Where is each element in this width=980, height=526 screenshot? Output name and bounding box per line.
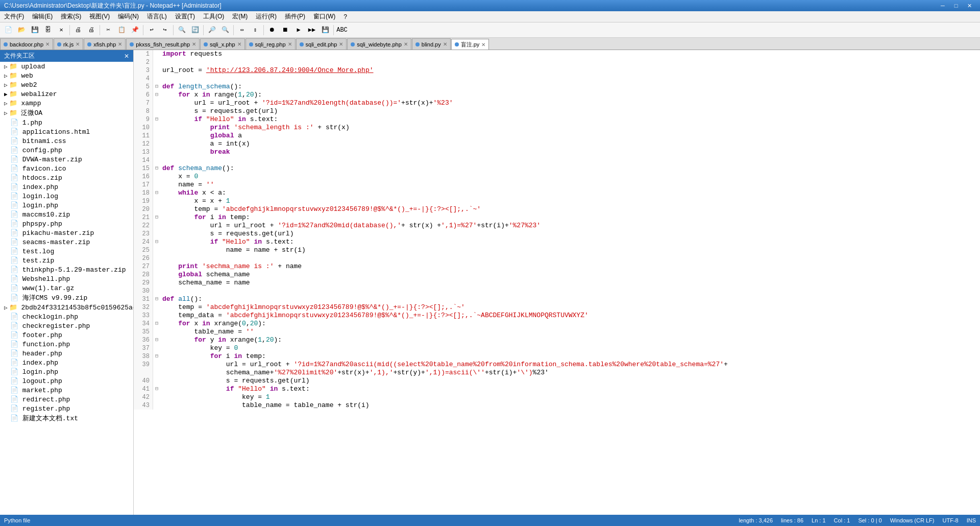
zoom-out-button[interactable]: 🔍 <box>219 24 231 36</box>
menu-plugins[interactable]: 插件(P) <box>281 11 309 22</box>
sidebar-item-checklogin[interactable]: 📄 checklogin.php <box>0 312 133 321</box>
menu-help[interactable]: ? <box>339 11 351 22</box>
stop-button[interactable]: ⏹ <box>279 24 291 36</box>
close-button2[interactable]: ✕ <box>55 24 67 36</box>
zoom-in-button[interactable]: 🔎 <box>206 24 218 36</box>
tab-close-manzhu[interactable]: ✕ <box>481 42 485 47</box>
menu-window[interactable]: 窗口(W) <box>309 11 339 22</box>
sidebar-item-bitnami[interactable]: 📄 bitnami.css <box>0 136 133 146</box>
tab-rk[interactable]: rk.js ✕ <box>54 38 83 50</box>
sidebar-item-favicon[interactable]: 📄 favicon.ico <box>0 164 133 173</box>
sidebar-item-www[interactable]: 📄 www(1).tar.gz <box>0 283 133 293</box>
cut-button[interactable]: ✂ <box>102 24 114 36</box>
sidebar-close-icon[interactable]: ✕ <box>124 53 129 60</box>
tab-backdoor[interactable]: backdoor.php ✕ <box>0 38 53 50</box>
tab-close-sqliedit[interactable]: ✕ <box>339 41 343 47</box>
sidebar-item-footer[interactable]: 📄 footer.php <box>0 330 133 340</box>
sidebar-item-seacms[interactable]: 📄 seacms-master.zip <box>0 237 133 247</box>
menu-tools[interactable]: 工具(O) <box>199 11 228 22</box>
new-button[interactable]: 📄 <box>2 24 14 36</box>
replace-button[interactable]: 🔄 <box>189 24 201 36</box>
sidebar-item-pikachu[interactable]: 📄 pikachu-master.zip <box>0 228 133 237</box>
sidebar-item-1php[interactable]: 📄 1.php <box>0 118 133 127</box>
save-all-button[interactable]: 🗄 <box>42 24 54 36</box>
print-button[interactable]: 🖨 <box>72 24 84 36</box>
tab-xfish[interactable]: xfish.php ✕ <box>84 38 126 50</box>
sidebar-item-xampp[interactable]: ▷ 📁 xampp <box>0 99 133 108</box>
undo-button[interactable]: ↩ <box>145 24 158 36</box>
menu-settings[interactable]: 设置(T) <box>171 11 199 22</box>
paste-button[interactable]: 📌 <box>129 24 141 36</box>
redo-button[interactable]: ↪ <box>159 24 171 36</box>
code-content[interactable]: 1 import requests 2 3 url_root = 'http:/… <box>134 50 980 515</box>
tab-close-xfish[interactable]: ✕ <box>118 41 122 47</box>
sidebar-item-phpspy[interactable]: 📄 phpspy.php <box>0 219 133 228</box>
sidebar-item-header[interactable]: 📄 header.php <box>0 349 133 358</box>
sidebar-item-index2[interactable]: 📄 index.php <box>0 358 133 367</box>
sidebar-item-login2[interactable]: 📄 login.php <box>0 367 133 376</box>
tab-sqlix[interactable]: sqli_x.php ✕ <box>200 38 245 50</box>
menu-run[interactable]: 运行(R) <box>252 11 281 22</box>
sidebar-item-newtext[interactable]: 📄 新建文本文档.txt <box>0 413 133 423</box>
tab-close-pkxss[interactable]: ✕ <box>192 41 196 47</box>
sidebar-item-redirect[interactable]: 📄 redirect.php <box>0 395 133 404</box>
copy-button[interactable]: 📋 <box>115 24 128 36</box>
sidebar-item-haiyang[interactable]: 📄 海洋CMS v9.99.zip <box>0 293 133 303</box>
menu-file[interactable]: 文件(F) <box>0 11 28 22</box>
sidebar-item-register[interactable]: 📄 register.php <box>0 404 133 413</box>
menu-language[interactable]: 语言(L) <box>143 11 171 22</box>
tab-sqliedit[interactable]: sqli_edit.php ✕ <box>296 38 347 50</box>
sidebar-item-webalizer[interactable]: ▶ 📁 webalizer <box>0 89 133 99</box>
sidebar-item-fanwei[interactable]: ▷ 📁 泛微OA <box>0 108 133 118</box>
maximize-button[interactable]: □ <box>949 0 963 11</box>
tab-close-blind[interactable]: ✕ <box>443 41 447 47</box>
sidebar-item-upload[interactable]: ▷ 📁 upload <box>0 62 133 71</box>
close-button[interactable]: ✕ <box>963 0 976 11</box>
sidebar-item-function[interactable]: 📄 function.php <box>0 340 133 349</box>
sidebar-item-web2[interactable]: ▷ 📁 web2 <box>0 80 133 89</box>
find-button[interactable]: 🔍 <box>176 24 188 36</box>
tab-close-rk[interactable]: ✕ <box>76 41 80 47</box>
sidebar-item-applications[interactable]: 📄 applications.html <box>0 127 133 136</box>
sidebar-item-htdocs[interactable]: 📄 htdocs.zip <box>0 173 133 182</box>
open-button[interactable]: 📂 <box>15 24 28 36</box>
menu-search[interactable]: 搜索(S) <box>57 11 85 22</box>
sidebar-item-maccms[interactable]: 📄 maccms10.zip <box>0 210 133 219</box>
menu-view[interactable]: 视图(V) <box>85 11 114 22</box>
tab-close-sqlireg[interactable]: ✕ <box>288 41 292 47</box>
tab-close-sqlix[interactable]: ✕ <box>237 41 241 47</box>
tab-blind[interactable]: blind.py ✕ <box>412 38 451 50</box>
sidebar-item-thinkphp[interactable]: 📄 thinkphp-5.1.29-master.zip <box>0 265 133 274</box>
sidebar-item-web[interactable]: ▷ 📁 web <box>0 71 133 80</box>
record-button[interactable]: ⏺ <box>266 24 278 36</box>
play-multi-button[interactable]: ▶▶ <box>306 24 318 36</box>
sidebar-item-logout[interactable]: 📄 logout.php <box>0 376 133 386</box>
sync-h-button[interactable]: ⇔ <box>236 24 248 36</box>
sidebar-item-loginphp[interactable]: 📄 login.php <box>0 201 133 210</box>
tab-close-backdoor[interactable]: ✕ <box>45 41 50 47</box>
sidebar-item-loginlog[interactable]: 📄 login.log <box>0 192 133 201</box>
sync-v-button[interactable]: ⇕ <box>249 24 261 36</box>
play-button[interactable]: ▶ <box>292 24 305 36</box>
sidebar-item-testzip[interactable]: 📄 test.zip <box>0 256 133 265</box>
sidebar-item-testlog[interactable]: 📄 test.log <box>0 247 133 256</box>
sidebar-tree[interactable]: ▷ 📁 upload ▷ 📁 web ▷ 📁 web2 ▶ 📁 webalize… <box>0 62 133 515</box>
code-editor[interactable]: 1 import requests 2 3 url_root = 'http:/… <box>134 50 980 515</box>
tab-sqlireg[interactable]: sqli_reg.php ✕ <box>246 38 296 50</box>
minimize-button[interactable]: ─ <box>936 0 949 11</box>
sidebar-item-dvwa[interactable]: 📄 DVWA-master.zip <box>0 155 133 164</box>
save-macro-button[interactable]: 💾 <box>319 24 331 36</box>
print-now-button[interactable]: 🖨 <box>85 24 97 36</box>
save-button[interactable]: 💾 <box>29 24 41 36</box>
sidebar-item-config[interactable]: 📄 config.php <box>0 146 133 155</box>
menu-encoding[interactable]: 编码(N) <box>114 11 143 22</box>
sidebar-item-webshell[interactable]: 📄 Webshell.php <box>0 274 133 283</box>
sidebar-item-checkregister[interactable]: 📄 checkregister.php <box>0 321 133 330</box>
tab-manzhu[interactable]: 盲注.py ✕ <box>451 39 489 50</box>
tab-sqliwide[interactable]: sqli_widebyte.php ✕ <box>347 38 411 50</box>
menu-edit[interactable]: 编辑(E) <box>28 11 57 22</box>
tab-pkxss[interactable]: pkxss_fish_result.php ✕ <box>126 38 200 50</box>
tab-close-sqliwide[interactable]: ✕ <box>404 41 408 47</box>
menu-macro[interactable]: 宏(M) <box>228 11 252 22</box>
sidebar-item-market[interactable]: 📄 market.php <box>0 386 133 395</box>
